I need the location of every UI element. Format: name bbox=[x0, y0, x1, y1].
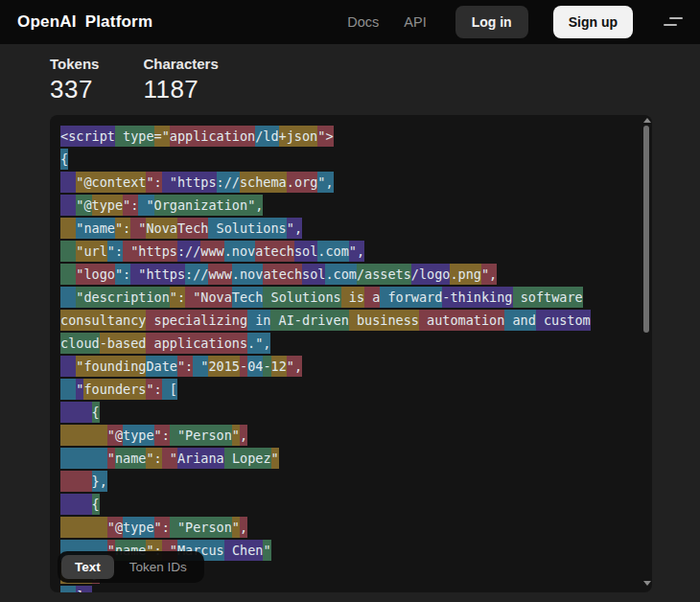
toggle-text[interactable]: Text bbox=[61, 555, 114, 579]
code-line: { bbox=[60, 401, 629, 424]
scroll-up-icon[interactable] bbox=[643, 118, 651, 123]
token: "founding bbox=[76, 356, 146, 377]
token: " bbox=[107, 448, 115, 469]
token: "description bbox=[76, 287, 170, 308]
header-nav: Docs API Log in Sign up bbox=[347, 6, 683, 38]
token: " bbox=[193, 356, 208, 377]
token bbox=[60, 517, 107, 538]
code-line: "logo": "https://www.novatechsol.com/ass… bbox=[60, 263, 629, 286]
code-line: "@type": "Person", bbox=[60, 424, 629, 447]
token: Organization bbox=[154, 195, 248, 216]
characters-stat: Characters 1187 bbox=[143, 56, 218, 104]
token: :// bbox=[217, 172, 240, 193]
toggle-token-ids[interactable]: Token IDs bbox=[116, 555, 200, 579]
token bbox=[60, 402, 92, 423]
token: "@context bbox=[76, 172, 146, 193]
brand[interactable]: OpenAI Platform bbox=[17, 12, 152, 32]
menu-icon[interactable] bbox=[664, 15, 683, 29]
tokenizer-text-area[interactable]: <script type="application/ld+json">{ "@c… bbox=[50, 115, 652, 592]
token: ", bbox=[481, 264, 497, 285]
token: "Nova bbox=[185, 287, 232, 308]
token: " bbox=[138, 195, 153, 216]
scrollbar-thumb[interactable] bbox=[643, 126, 649, 333]
token: /assets bbox=[357, 264, 411, 285]
token: .nov bbox=[232, 264, 264, 285]
token bbox=[60, 379, 76, 400]
nav-link-docs[interactable]: Docs bbox=[347, 14, 379, 30]
tokens-stat: Tokens 337 bbox=[50, 56, 99, 104]
token: "https bbox=[162, 172, 217, 193]
token: 2015 bbox=[208, 356, 240, 377]
token: ": bbox=[123, 195, 138, 216]
code-line: { bbox=[60, 148, 629, 171]
code-line: "name": "Ariana Lopez" bbox=[60, 447, 629, 470]
code-line: { bbox=[60, 493, 629, 516]
code-line: "description": "NovaTech Solutions is a … bbox=[60, 286, 629, 309]
token: AI bbox=[270, 310, 293, 331]
nav-link-api[interactable]: API bbox=[404, 14, 426, 30]
token bbox=[60, 264, 76, 285]
token: cloud bbox=[60, 333, 100, 354]
token: , bbox=[240, 517, 247, 538]
code-line: cloud-based applications.", bbox=[60, 332, 629, 355]
token: ", bbox=[287, 218, 302, 239]
top-navbar: OpenAI Platform Docs API Log in Sign up bbox=[0, 0, 700, 44]
token: =" bbox=[154, 126, 170, 147]
token: applications bbox=[146, 333, 247, 354]
token: .", bbox=[247, 333, 270, 354]
token: .png bbox=[450, 264, 481, 285]
token: and bbox=[504, 310, 536, 331]
token: ": bbox=[154, 425, 170, 446]
display-mode-toggle: Text Token IDs bbox=[58, 551, 204, 583]
token: forward bbox=[380, 287, 442, 308]
token: ": bbox=[146, 172, 161, 193]
token: .nov bbox=[224, 241, 256, 262]
token: " bbox=[263, 540, 270, 561]
token: :// bbox=[177, 241, 200, 262]
token bbox=[60, 287, 76, 308]
code-content: <script type="application/ld+json">{ "@c… bbox=[50, 115, 652, 592]
token: ": bbox=[154, 517, 170, 538]
token: Ariana bbox=[177, 448, 224, 469]
code-line: "@context": "https://schema.org", bbox=[60, 171, 629, 194]
token: /ld bbox=[255, 126, 278, 147]
token: atech bbox=[255, 241, 294, 262]
token: custom bbox=[536, 310, 591, 331]
token: 12 bbox=[271, 356, 287, 377]
token: type bbox=[115, 126, 154, 147]
code-line: }, bbox=[60, 470, 629, 493]
token: ", bbox=[317, 172, 333, 193]
token: ": bbox=[146, 379, 161, 400]
token: ], bbox=[76, 586, 91, 592]
token: Chen bbox=[224, 540, 264, 561]
token: software bbox=[513, 287, 583, 308]
token: [ bbox=[162, 379, 177, 400]
token: "@ bbox=[76, 195, 91, 216]
token: application bbox=[170, 126, 255, 147]
token: }, bbox=[92, 471, 107, 492]
token: www bbox=[208, 264, 231, 285]
login-button[interactable]: Log in bbox=[455, 6, 528, 38]
code-line: ], bbox=[60, 585, 629, 592]
token: "name bbox=[76, 218, 115, 239]
code-line: "@type": "Person", bbox=[60, 516, 629, 539]
code-line: "foundingDate": "2015-04-12", bbox=[60, 355, 629, 378]
token: " bbox=[232, 517, 240, 538]
code-line: <script type="application/ld+json"> bbox=[60, 125, 629, 148]
scroll-down-icon[interactable] bbox=[643, 581, 651, 586]
token: name bbox=[115, 448, 147, 469]
token bbox=[60, 471, 92, 492]
characters-label: Characters bbox=[143, 56, 218, 72]
token: .com bbox=[325, 264, 357, 285]
token bbox=[60, 586, 76, 592]
token: - bbox=[263, 356, 270, 377]
code-line: "@type": "Organization", bbox=[60, 194, 629, 217]
signup-button[interactable]: Sign up bbox=[553, 6, 633, 38]
code-line: consultancy specializing in AI-driven bu… bbox=[60, 309, 629, 332]
token: "https bbox=[130, 264, 185, 285]
token: Date bbox=[146, 356, 177, 377]
token: ": bbox=[146, 448, 161, 469]
token: "url bbox=[76, 241, 107, 262]
scrollbar[interactable] bbox=[642, 115, 650, 592]
token: ": bbox=[170, 287, 185, 308]
